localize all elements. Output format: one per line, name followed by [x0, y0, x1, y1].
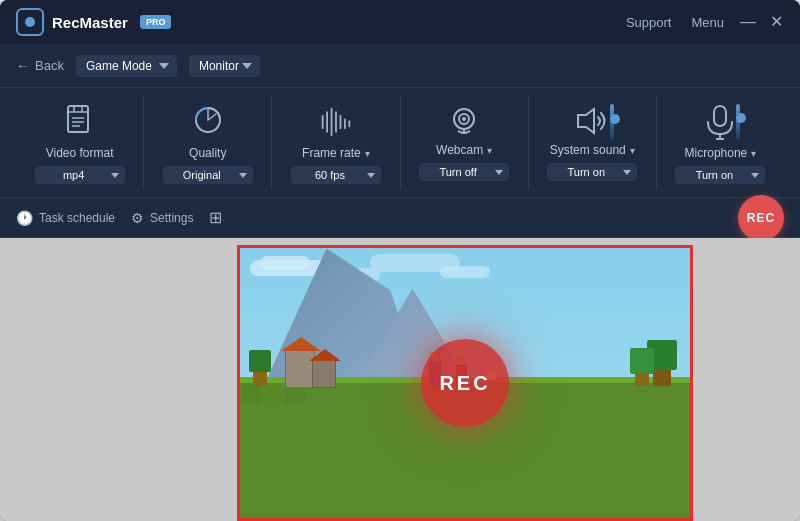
video-format-dropdown[interactable]: mp4 — [35, 166, 125, 184]
title-bar: RecMaster PRO Support Menu — ✕ — [0, 0, 800, 44]
svg-rect-5 — [335, 111, 337, 132]
system-sound-setting: System sound ▾ Turn on — [528, 96, 656, 189]
rec-overlay-text: REC — [439, 372, 490, 395]
toolbar: ← Back Game Mode Monitor — [0, 44, 800, 88]
system-sound-dropdown[interactable]: Turn on — [547, 163, 637, 181]
support-link[interactable]: Support — [626, 15, 672, 30]
tree-3 — [630, 348, 654, 386]
svg-rect-4 — [331, 108, 333, 136]
svg-rect-2 — [322, 115, 324, 129]
microphone-dropdown[interactable]: Turn on — [675, 166, 765, 184]
settings-bar: Video format mp4 Quality Original — [0, 88, 800, 198]
webcam-setting: Webcam ▾ Turn off — [400, 96, 528, 189]
app-name: RecMaster — [52, 14, 128, 31]
pro-badge: PRO — [140, 15, 172, 29]
frame-rate-setting: Frame rate ▾ 60 fps — [271, 96, 399, 189]
quality-dropdown[interactable]: Original — [163, 166, 253, 184]
webcam-dropdown[interactable]: Turn off — [419, 163, 509, 181]
system-sound-label: System sound ▾ — [550, 143, 635, 157]
svg-rect-8 — [348, 120, 350, 127]
task-schedule-label: Task schedule — [39, 211, 115, 225]
svg-rect-6 — [339, 115, 341, 129]
quality-setting: Quality Original — [143, 96, 271, 189]
frame-rate-dropdown[interactable]: 60 fps — [291, 166, 381, 184]
logo-area: RecMaster PRO — [16, 8, 171, 36]
rec-overlay: REC — [421, 339, 509, 427]
svg-rect-0 — [68, 106, 88, 132]
minimize-button[interactable]: — — [740, 14, 756, 30]
rec-button[interactable]: REC — [738, 195, 784, 241]
mode-select[interactable]: Game Mode — [76, 55, 177, 77]
main-content: REC — [0, 238, 800, 521]
webcam-icon — [448, 104, 480, 137]
task-schedule-button[interactable]: 🕐 Task schedule — [16, 210, 115, 226]
frame-rate-label: Frame rate ▾ — [302, 146, 370, 160]
quality-icon — [192, 104, 224, 140]
tree-1 — [249, 350, 271, 386]
cloud-1b — [260, 256, 310, 270]
video-format-setting: Video format mp4 — [16, 96, 143, 189]
back-label: Back — [35, 58, 64, 73]
gear-icon: ⚙ — [131, 210, 144, 226]
close-button[interactable]: ✕ — [768, 14, 784, 30]
frame-rate-chevron: ▾ — [365, 148, 370, 159]
video-format-icon — [64, 104, 96, 140]
svg-rect-7 — [344, 118, 346, 129]
back-button[interactable]: ← Back — [16, 58, 64, 73]
webcam-label: Webcam ▾ — [436, 143, 492, 157]
quality-label: Quality — [189, 146, 226, 160]
frame-right — [690, 265, 693, 501]
monitor-select[interactable]: Monitor — [189, 55, 260, 77]
logo-circle — [25, 17, 35, 27]
back-arrow-icon: ← — [16, 58, 29, 73]
minecraft-scene: REC — [240, 248, 690, 518]
app-logo-icon — [16, 8, 44, 36]
preview-frame: REC — [240, 248, 690, 518]
video-format-label: Video format — [46, 146, 114, 160]
svg-point-11 — [462, 117, 466, 121]
svg-rect-3 — [326, 111, 328, 132]
window-controls: — ✕ — [740, 14, 784, 30]
svg-marker-12 — [578, 109, 594, 133]
settings-button[interactable]: ⚙ Settings — [131, 210, 193, 226]
frame-rate-icon — [320, 104, 352, 140]
cloud-4 — [440, 266, 490, 278]
svg-rect-13 — [714, 106, 726, 126]
microphone-chevron: ▾ — [751, 148, 756, 159]
house-2 — [312, 358, 336, 388]
microphone-setting: Microphone ▾ Turn on — [656, 96, 784, 189]
grid-view-button[interactable]: ⊞ — [209, 208, 222, 227]
grid-icon: ⊞ — [209, 208, 222, 227]
clock-icon: 🕐 — [16, 210, 33, 226]
system-sound-chevron: ▾ — [630, 145, 635, 156]
settings-label: Settings — [150, 211, 193, 225]
webcam-chevron: ▾ — [487, 145, 492, 156]
microphone-icon — [704, 104, 736, 140]
menu-link[interactable]: Menu — [691, 15, 724, 30]
microphone-label: Microphone ▾ — [685, 146, 757, 160]
app-window: RecMaster PRO Support Menu — ✕ ← Back Ga… — [0, 0, 800, 521]
title-bar-actions: Support Menu — [626, 15, 724, 30]
system-sound-icon — [574, 104, 610, 137]
bottom-controls-bar: 🕐 Task schedule ⚙ Settings ⊞ REC — [0, 198, 800, 238]
